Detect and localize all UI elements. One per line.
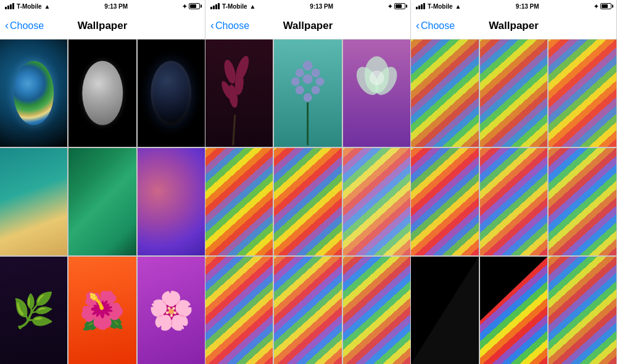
status-right-2: ✦ [387,3,405,10]
time-2: 9:13 PM [310,3,333,10]
back-button-3[interactable]: ‹ Choose [416,20,455,31]
time-3: 9:13 PM [516,3,539,10]
wallpaper-cell-s3-r1c1[interactable] [411,39,479,147]
wallpaper-cell-pink-flower[interactable]: 🌸 [138,257,205,364]
status-right-1: ✦ [182,3,200,10]
back-button-2[interactable]: ‹ Choose [210,20,249,31]
bt-icon-2: ✦ [387,3,392,10]
wifi-icon-1: ▲ [44,3,51,10]
wallpaper-cell-s3-r2c1[interactable] [411,148,479,255]
status-left-3: T-Mobile ▲ [416,3,461,10]
status-bar-3: T-Mobile ▲ 9:13 PM ✦ [411,0,616,12]
wallpaper-cell-purple-flower[interactable]: 🌿 [0,257,67,364]
wallpaper-cell-s3-r1c2[interactable] [480,39,548,147]
signal-bars-3 [416,3,425,9]
wallpaper-cell-rainbow-lavender[interactable] [274,257,341,364]
wallpaper-cell-moon[interactable] [68,39,136,147]
nav-title-1: Wallpaper [78,20,128,32]
svg-point-8 [312,68,320,77]
wallpaper-cell-blur[interactable] [138,148,205,255]
wallpaper-cell-red-flower[interactable]: 🌺 [68,257,136,364]
battery-3 [600,3,611,9]
svg-point-19 [369,70,384,85]
carrier-3: T-Mobile [428,3,453,10]
status-bar-2: T-Mobile ▲ 9:13 PM ✦ [205,0,410,12]
battery-1 [189,3,200,9]
svg-point-11 [316,77,325,86]
status-left-2: T-Mobile ▲ [210,3,255,10]
wifi-icon-3: ▲ [455,3,462,10]
status-right-3: ✦ [594,3,611,10]
wallpaper-cell-rainbow-peach[interactable] [274,148,341,255]
svg-marker-20 [411,257,479,364]
status-bar-1: T-Mobile ▲ 9:13 PM ✦ [0,0,205,12]
wallpaper-cell-s3-r3c2-black-rainbow[interactable] [480,257,548,364]
svg-point-13 [312,86,320,94]
svg-point-9 [291,77,300,86]
wallpaper-cell-s3-r3c3-teal[interactable] [549,257,616,364]
wallpaper-grid-1: 🌿 🌺 🌸 [0,39,205,364]
nav-bar-3: ‹ Choose Wallpaper [411,12,616,39]
wallpaper-cell-green-wave[interactable] [68,148,136,255]
wallpaper-cell-s3-r2c3[interactable] [549,148,616,255]
back-label-2: Choose [215,20,249,31]
chevron-icon-1: ‹ [5,20,9,31]
wallpaper-cell-dark-purple-flower[interactable] [205,39,273,147]
signal-bars-1 [5,3,14,9]
status-left-1: T-Mobile ▲ [5,3,50,10]
wallpaper-cell-rainbow-pink[interactable] [205,257,273,364]
signal-bars-2 [210,3,220,9]
chevron-icon-2: ‹ [210,20,214,31]
wallpaper-cell-green-flower[interactable] [343,39,410,147]
svg-line-5 [233,115,235,146]
back-button-1[interactable]: ‹ Choose [5,20,44,31]
svg-point-7 [296,68,304,77]
back-label-1: Choose [10,20,44,31]
wallpaper-cell-beach[interactable] [0,148,67,255]
wallpaper-cell-blue-hyacinth[interactable] [274,39,341,147]
svg-point-6 [303,60,313,70]
time-1: 9:13 PM [104,3,128,10]
nav-bar-2: ‹ Choose Wallpaper [205,12,410,39]
bt-icon-3: ✦ [594,3,598,10]
wallpaper-cell-rainbow-empty[interactable] [343,148,410,255]
battery-2 [394,3,405,9]
wifi-icon-2: ▲ [250,3,256,10]
chevron-icon-3: ‹ [416,20,420,31]
wallpaper-cell-earth[interactable] [0,39,67,147]
wallpaper-cell-s3-r1c3[interactable] [549,39,616,147]
wallpaper-cell-dark-globe[interactable] [138,39,205,147]
bt-icon-1: ✦ [182,3,187,10]
nav-title-3: Wallpaper [489,20,539,32]
phone-screen-3: T-Mobile ▲ 9:13 PM ✦ ‹ Choose Wallpaper [411,0,617,364]
phone-screen-1: T-Mobile ▲ 9:13 PM ✦ ‹ Choose Wallpaper … [0,0,205,364]
wallpaper-grid-3 [411,39,616,364]
svg-point-14 [304,93,312,102]
carrier-2: T-Mobile [222,3,247,10]
wallpaper-cell-s3-r3c1-black-diagonal[interactable] [411,257,479,364]
carrier-1: T-Mobile [17,3,42,10]
svg-point-10 [303,74,313,84]
nav-bar-1: ‹ Choose Wallpaper [0,12,205,39]
svg-point-3 [233,54,252,83]
phone-screen-2: T-Mobile ▲ 9:13 PM ✦ ‹ Choose Wallpaper [205,0,411,364]
back-label-3: Choose [421,20,455,31]
wallpaper-grid-2 [205,39,410,364]
nav-title-2: Wallpaper [283,20,333,32]
wallpaper-cell-rainbow-lightblue[interactable] [343,257,410,364]
svg-point-12 [296,86,304,94]
wallpaper-cell-rainbow-yellow[interactable] [205,148,273,255]
wallpaper-cell-s3-r2c2[interactable] [480,148,548,255]
